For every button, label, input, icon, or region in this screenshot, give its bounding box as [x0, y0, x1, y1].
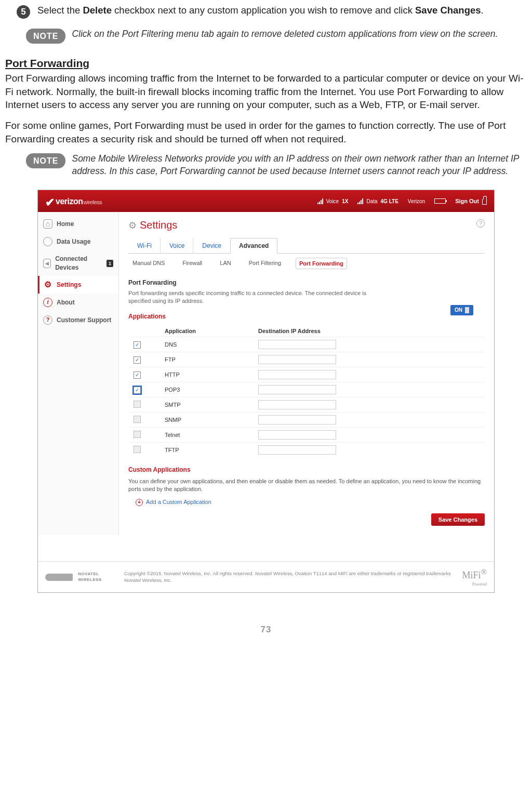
tab-wifi[interactable]: Wi-Fi	[128, 238, 161, 253]
subtab-firewall[interactable]: Firewall	[179, 258, 205, 270]
note-1: NOTE Click on the Port Filtering menu ta…	[26, 28, 527, 44]
footer-brand: NOVATEL WIRELESS	[78, 572, 119, 583]
col-application: Application	[165, 327, 258, 335]
subtab-bar: Manual DNS Firewall LAN Port Filtering P…	[129, 258, 485, 270]
note-pill: NOTE	[26, 29, 65, 44]
destination-ip-input[interactable]	[258, 385, 336, 394]
pf-section-desc: Port forwarding sends specific incoming …	[128, 289, 367, 306]
subtab-port-filtering[interactable]: Port Filtering	[246, 258, 284, 270]
step-5-row: 5 Select the Delete checkbox next to any…	[5, 4, 527, 19]
help-icon	[43, 315, 52, 325]
gear-icon: ⚙	[128, 219, 137, 232]
destination-ip-input[interactable]	[258, 370, 336, 379]
sidebar-item-support[interactable]: Customer Support	[38, 311, 118, 329]
applications-heading: Applications	[128, 312, 485, 321]
sidebar-item-data-usage[interactable]: Data Usage	[38, 233, 118, 250]
signal-bars-icon	[357, 198, 363, 204]
tab-device[interactable]: Device	[193, 238, 230, 253]
sidebar: Home Data Usage Connected Devices1 Setti…	[38, 212, 119, 535]
tab-advanced[interactable]: Advanced	[230, 238, 277, 253]
destination-ip-input[interactable]	[258, 340, 336, 349]
app-name: TFTP	[165, 446, 258, 454]
sidebar-item-home[interactable]: Home	[38, 215, 118, 233]
verizon-admin-screenshot: ✔ verizonwireless Voice 1X Data 4G LTE V…	[37, 190, 495, 593]
globe-icon	[43, 237, 52, 246]
pf-paragraph-1: Port Forwarding allows incoming traffic …	[5, 72, 527, 112]
step-bold-delete: Delete	[83, 5, 112, 16]
sidebar-label: Connected Devices	[55, 255, 102, 271]
sidebar-item-about[interactable]: About	[38, 294, 118, 311]
sidebar-label: Home	[57, 220, 74, 228]
sign-out-link[interactable]: Sign Out	[455, 197, 487, 205]
subtab-manual-dns[interactable]: Manual DNS	[129, 258, 168, 270]
battery-icon	[434, 198, 446, 204]
page-number: 73	[5, 624, 527, 636]
device-icon	[43, 259, 51, 268]
pf-paragraph-2: For some online games, Port Forwarding m…	[5, 119, 527, 145]
verizon-check-icon: ✔	[45, 195, 55, 210]
plus-icon: +	[136, 499, 143, 506]
app-name: Telnet	[165, 431, 258, 439]
app-checkbox[interactable]: ✓	[134, 387, 141, 394]
custom-apps-heading: Custom Applications	[128, 466, 485, 474]
header-bar: ✔ verizonwireless Voice 1X Data 4G LTE V…	[38, 190, 494, 212]
data-label: Data	[366, 198, 377, 205]
app-checkbox[interactable]: ✓	[134, 372, 141, 379]
app-row: ✓HTTP	[128, 367, 485, 382]
step-bold-save: Save Changes	[415, 5, 481, 16]
voice-indicator: Voice 1X	[317, 198, 349, 205]
apps-table-body: ✓DNS✓FTP✓HTTP✓POP3SMTPSNMPTelnetTFTP	[128, 337, 485, 457]
app-checkbox[interactable]	[134, 416, 141, 423]
destination-ip-input[interactable]	[258, 445, 336, 455]
sidebar-item-connected-devices[interactable]: Connected Devices1	[38, 250, 118, 275]
app-row: SMTP	[128, 397, 485, 412]
app-name: HTTP	[165, 371, 258, 379]
toggle-knob-icon	[465, 307, 469, 313]
app-row: ✓POP3	[128, 382, 485, 397]
save-changes-button[interactable]: Save Changes	[431, 513, 485, 526]
app-checkbox[interactable]: ✓	[134, 356, 141, 364]
app-checkbox[interactable]: ✓	[134, 341, 141, 349]
app-checkbox[interactable]	[134, 401, 141, 408]
app-row: ✓FTP	[128, 352, 485, 367]
signal-bars-icon	[317, 198, 323, 204]
step-text-c: .	[481, 5, 484, 16]
pf-section-title: Port Forwarding	[128, 278, 485, 287]
sidebar-item-settings[interactable]: Settings	[38, 276, 118, 294]
brand-verizon: verizon	[56, 196, 83, 207]
app-name: FTP	[165, 356, 258, 364]
destination-ip-input[interactable]	[258, 430, 336, 440]
note-pill: NOTE	[26, 153, 65, 168]
footer-copyright: Copyright ©2015. Novatel Wireless, Inc. …	[124, 571, 457, 584]
home-icon	[43, 219, 52, 229]
app-row: TFTP	[128, 442, 485, 457]
voice-label: Voice	[326, 198, 339, 205]
novatel-logo-icon	[45, 574, 73, 581]
subtab-lan[interactable]: LAN	[217, 258, 234, 270]
data-value: 4G LTE	[381, 198, 398, 205]
app-name: POP3	[165, 386, 258, 394]
step-number-badge: 5	[17, 5, 30, 19]
col-destination-ip: Destination IP Address	[258, 327, 485, 335]
add-custom-app-link[interactable]: +Add a Custom Application	[136, 498, 485, 506]
subtab-port-forwarding[interactable]: Port Forwarding	[296, 258, 347, 270]
brand-logo: verizonwireless	[56, 196, 102, 207]
tab-bar: Wi-Fi Voice Device Advanced	[128, 237, 485, 253]
app-checkbox[interactable]	[134, 431, 141, 438]
app-row: Telnet	[128, 427, 485, 442]
app-checkbox[interactable]	[134, 446, 141, 453]
note-2: NOTE Some Mobile Wireless Networks provi…	[26, 153, 527, 177]
data-indicator: Data 4G LTE	[357, 198, 398, 205]
destination-ip-input[interactable]	[258, 355, 336, 364]
apps-table-header: Application Destination IP Address	[128, 325, 485, 337]
pf-intro-row: Port Forwarding Port forwarding sends sp…	[128, 278, 485, 305]
tab-voice[interactable]: Voice	[161, 238, 193, 253]
page-title: ⚙Settings	[128, 218, 485, 232]
destination-ip-input[interactable]	[258, 415, 336, 424]
step-text: Select the Delete checkbox next to any c…	[37, 4, 527, 19]
sidebar-label: About	[57, 298, 75, 307]
battery-indicator	[434, 198, 446, 204]
destination-ip-input[interactable]	[258, 400, 336, 409]
pf-toggle[interactable]: ON	[450, 305, 473, 315]
device-count-badge: 1	[107, 260, 113, 267]
